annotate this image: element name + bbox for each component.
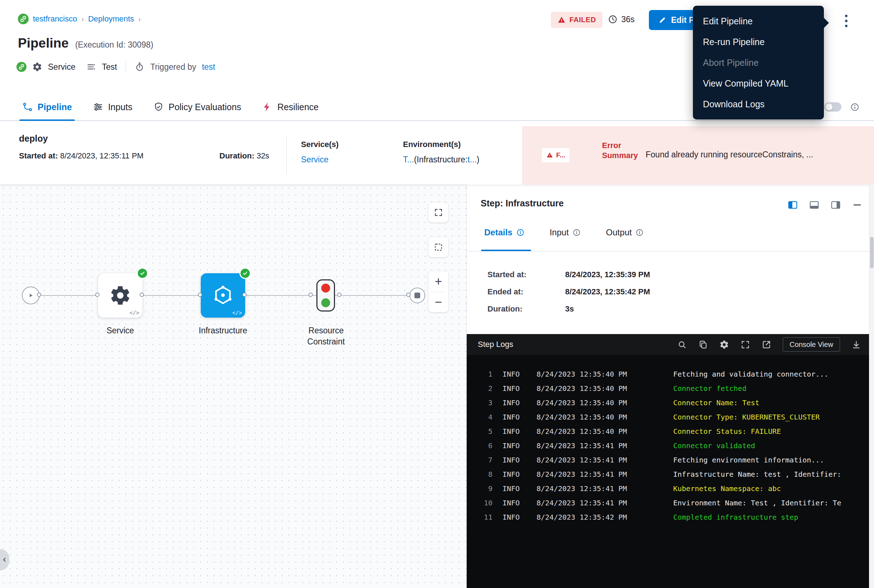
canvas-fullscreen-button[interactable] <box>429 202 448 222</box>
environment-name[interactable]: Test <box>102 62 117 72</box>
environment-infra-link[interactable]: t... <box>468 155 477 164</box>
step-details-list: Started at: 8/24/2023, 12:35:39 PM Ended… <box>487 270 650 321</box>
stage-error-section: F... Error Summary Found already running… <box>522 126 874 184</box>
logs-fullscreen-icon[interactable] <box>740 340 750 350</box>
log-line-number: 3 <box>470 396 492 410</box>
tab-policy-evaluations-label: Policy Evaluations <box>168 102 241 112</box>
warning-triangle-icon <box>546 152 553 159</box>
environments-label: Environment(s) <box>403 140 479 149</box>
step-logs-panel: Step Logs Console View 1INFO8/24/2023 12… <box>467 334 869 588</box>
node-label-infrastructure: Infrastructure <box>180 325 266 336</box>
log-line: 5INFO8/24/2023 12:35:40 PMConnector Stat… <box>467 424 869 438</box>
pipeline-graph-canvas[interactable]: </> Service </> Infrastructure Resource … <box>0 184 466 588</box>
log-line-number: 4 <box>470 410 492 424</box>
tab-resilience-label: Resilience <box>277 102 319 112</box>
tab-output[interactable]: Output <box>606 228 644 237</box>
node-resource-constraint[interactable] <box>316 279 335 312</box>
tab-details[interactable]: Details <box>484 228 525 237</box>
minus-icon <box>434 298 443 307</box>
menu-item-view-compiled-yaml[interactable]: View Compiled YAML <box>693 73 824 94</box>
environment-link-name[interactable]: T... <box>403 155 414 164</box>
log-level: INFO <box>502 467 520 482</box>
log-line: 11INFO8/24/2023 12:35:42 PMCompleted inf… <box>467 510 869 524</box>
title-row: Pipeline (Execution Id: 30098) <box>18 36 153 51</box>
more-options-kebab-icon[interactable] <box>840 12 852 30</box>
stage-duration: Duration: 32s <box>220 151 269 160</box>
check-icon <box>139 270 146 276</box>
log-timestamp: 8/24/2023 12:35:41 PM <box>537 496 627 510</box>
canvas-zoom-controls <box>429 272 448 312</box>
resilience-icon <box>262 102 273 112</box>
detail-label: Duration: <box>487 304 565 314</box>
traffic-light-red <box>321 284 330 292</box>
log-message: Connector Name: Test <box>673 396 867 410</box>
total-duration: 36s <box>608 14 635 24</box>
zoom-out-button[interactable] <box>429 292 448 313</box>
meta-divider <box>126 62 126 72</box>
menu-item-rerun-pipeline[interactable]: Re-run Pipeline <box>693 32 824 52</box>
scrollbar-thumb[interactable] <box>870 237 874 268</box>
detail-value: 8/24/2023, 12:35:42 PM <box>565 287 650 297</box>
input-info-icon[interactable] <box>572 228 581 237</box>
trigger-stopwatch-icon <box>135 62 144 72</box>
tab-pipeline[interactable]: Pipeline <box>22 94 72 120</box>
log-line: 6INFO8/24/2023 12:35:41 PMConnector vali… <box>467 438 869 453</box>
console-view-button[interactable]: Console View <box>783 337 840 352</box>
breadcrumb: testfrancisco › Deployments › <box>18 14 141 24</box>
copy-icon[interactable] <box>698 340 708 350</box>
detail-value: 8/24/2023, 12:35:39 PM <box>565 270 650 280</box>
layout-bottom-view-icon[interactable] <box>809 200 820 210</box>
marquee-select-icon <box>434 243 443 252</box>
environment-link[interactable]: T...(Infrastructure:t...) <box>403 155 479 165</box>
search-icon[interactable] <box>677 340 687 350</box>
tab-input[interactable]: Input <box>550 228 581 237</box>
pipeline-options-menu: Edit Pipeline Re-run Pipeline Abort Pipe… <box>693 6 824 120</box>
info-icon[interactable] <box>850 102 860 112</box>
end-node[interactable] <box>409 288 425 303</box>
node-infrastructure[interactable]: </> <box>201 273 245 318</box>
environment-paren: ) <box>477 155 480 164</box>
tab-input-label: Input <box>550 228 569 237</box>
minimize-panel-icon[interactable] <box>852 200 862 210</box>
service-name[interactable]: Service <box>48 62 75 72</box>
tab-inputs[interactable]: Inputs <box>93 94 132 120</box>
node-service[interactable]: </> <box>98 273 143 318</box>
menu-item-download-logs[interactable]: Download Logs <box>693 94 824 114</box>
output-info-icon[interactable] <box>635 228 644 237</box>
log-line: 4INFO8/24/2023 12:35:40 PMConnector Type… <box>467 410 869 424</box>
left-panel-collapse-handle[interactable] <box>0 549 9 570</box>
layout-right-view-icon[interactable] <box>830 200 841 210</box>
stage-failed-chip: F... <box>542 148 569 162</box>
service-success-badge <box>137 267 148 279</box>
download-logs-icon[interactable] <box>851 340 861 350</box>
details-info-icon[interactable] <box>516 228 525 237</box>
triggered-by-label: Triggered by <box>150 62 196 72</box>
service-link[interactable]: Service <box>301 155 338 165</box>
tab-details-label: Details <box>484 228 513 237</box>
log-settings-gear-icon[interactable] <box>719 340 729 350</box>
canvas-select-button[interactable] <box>429 237 448 257</box>
log-timestamp: 8/24/2023 12:35:41 PM <box>537 482 627 496</box>
detail-row-duration: Duration: 3s <box>487 304 650 314</box>
vertical-scrollbar[interactable] <box>869 184 874 588</box>
zoom-in-button[interactable] <box>429 272 448 292</box>
breadcrumb-project-link[interactable]: testfrancisco <box>33 14 77 24</box>
step-logs-body[interactable]: 1INFO8/24/2023 12:35:40 PMFetching and v… <box>467 355 869 588</box>
detail-label: Ended at: <box>487 287 565 297</box>
debug-toggle[interactable] <box>824 102 841 112</box>
breadcrumb-deployments-link[interactable]: Deployments <box>88 14 134 24</box>
menu-item-edit-pipeline[interactable]: Edit Pipeline <box>693 11 824 32</box>
tab-policy-evaluations[interactable]: Policy Evaluations <box>153 94 241 120</box>
tab-resilience[interactable]: Resilience <box>262 94 319 120</box>
open-external-icon[interactable] <box>762 340 771 350</box>
node-label-service: Service <box>84 325 156 336</box>
triggered-by-user-link[interactable]: test <box>202 62 215 72</box>
service-gear-icon <box>32 62 42 72</box>
log-level: INFO <box>502 438 520 453</box>
stage-name: deploy <box>19 134 48 144</box>
log-message: Environment Name: Test , Identifier: Te <box>673 496 867 510</box>
infrastructure-success-badge <box>239 267 251 279</box>
stage-duration-value: 32s <box>257 151 269 160</box>
layout-split-view-icon[interactable] <box>787 200 798 210</box>
play-icon <box>27 291 35 300</box>
